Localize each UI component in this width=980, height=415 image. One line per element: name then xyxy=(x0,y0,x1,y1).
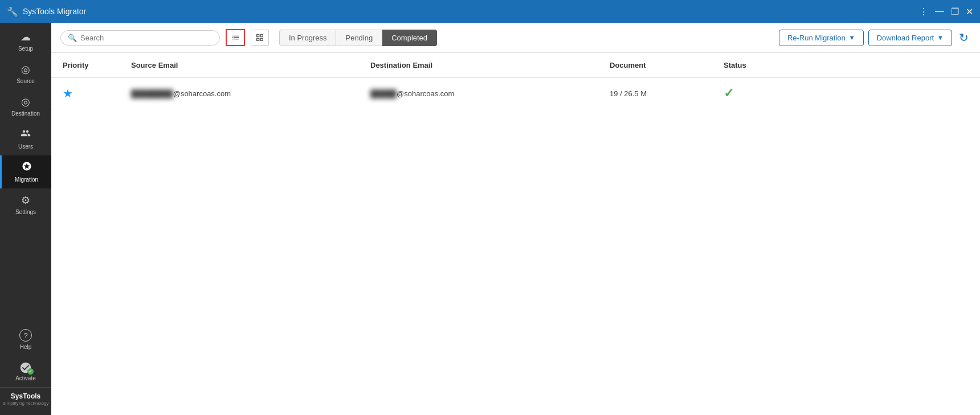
download-dropdown-arrow: ▼ xyxy=(937,34,944,41)
table-header: Priority Source Email Destination Email … xyxy=(51,53,980,78)
row-document: 19 / 26.5 M xyxy=(598,78,712,109)
settings-icon: ⚙ xyxy=(21,194,30,207)
col-status: Status xyxy=(712,53,980,78)
table-row: ★ ████████@soharcoas.com █████@soharcoas… xyxy=(51,78,980,109)
col-destination-email: Destination Email xyxy=(359,53,598,78)
help-icon: ? xyxy=(19,329,32,342)
col-document: Document xyxy=(598,53,712,78)
sidebar-label-settings: Settings xyxy=(15,209,36,215)
download-label: Download Report xyxy=(877,34,934,42)
destination-icon: ◎ xyxy=(21,96,30,108)
sidebar-item-source[interactable]: ◎ Source xyxy=(0,57,51,90)
sidebar-item-activate[interactable]: ✓ Activate xyxy=(0,356,51,387)
source-email-prefix: ████████ xyxy=(131,89,173,98)
refresh-icon: ↻ xyxy=(959,31,969,44)
tab-in-progress[interactable]: In Progress xyxy=(279,30,336,46)
title-bar-controls: ⋮ — ❐ ✕ xyxy=(919,6,973,17)
row-priority: ★ xyxy=(51,78,120,109)
grid-view-button[interactable] xyxy=(251,30,269,46)
sidebar-item-help[interactable]: ? Help xyxy=(0,323,51,356)
destination-email-domain: @soharcoas.com xyxy=(397,89,454,98)
sidebar-item-destination[interactable]: ◎ Destination xyxy=(0,90,51,122)
minimize-icon[interactable]: — xyxy=(935,6,944,17)
tab-completed[interactable]: Completed xyxy=(382,30,437,46)
source-email-domain: @soharcoas.com xyxy=(173,89,231,98)
app-icon: 🔧 xyxy=(7,6,18,17)
rerun-label: Re-Run Migration xyxy=(787,34,846,42)
app-body: ☁ Setup ◎ Source ◎ Destination Users Mig… xyxy=(0,23,980,415)
title-bar-left: 🔧 SysTools Migrator xyxy=(7,6,86,17)
sidebar-label-source: Source xyxy=(17,78,35,84)
refresh-button[interactable]: ↻ xyxy=(957,28,971,47)
sidebar-label-users: Users xyxy=(18,143,33,150)
toolbar: 🔍 In Progress Pending Completed Re-Run M… xyxy=(51,23,980,53)
download-report-button[interactable]: Download Report ▼ xyxy=(868,30,952,46)
search-box[interactable]: 🔍 xyxy=(60,30,220,46)
sidebar-bottom: ? Help ✓ Activate SysTools Simplifying T… xyxy=(0,323,51,415)
sidebar-label-destination: Destination xyxy=(11,110,40,117)
sidebar-item-migration[interactable]: Migration xyxy=(0,155,51,188)
list-view-button[interactable] xyxy=(226,29,245,46)
users-icon xyxy=(21,128,31,141)
row-status: ✓ xyxy=(712,78,980,109)
data-table: Priority Source Email Destination Email … xyxy=(51,53,980,109)
sidebar-item-users[interactable]: Users xyxy=(0,122,51,155)
brand-tagline: Simplifying Technology xyxy=(2,401,48,406)
toolbar-right: Re-Run Migration ▼ Download Report ▼ ↻ xyxy=(779,28,971,47)
col-source-email: Source Email xyxy=(120,53,359,78)
sidebar-brand: SysTools Simplifying Technology xyxy=(0,387,51,410)
rerun-dropdown-arrow: ▼ xyxy=(849,34,855,41)
status-check-icon: ✓ xyxy=(724,86,734,100)
sidebar-label-activate: Activate xyxy=(15,375,36,381)
activate-icon: ✓ xyxy=(19,361,32,374)
migration-icon xyxy=(22,161,32,174)
title-bar: 🔧 SysTools Migrator ⋮ — ❐ ✕ xyxy=(0,0,980,23)
table-body: ★ ████████@soharcoas.com █████@soharcoas… xyxy=(51,78,980,109)
row-source-email: ████████@soharcoas.com xyxy=(120,78,359,109)
brand-name: SysTools xyxy=(2,392,49,400)
cloud-icon: ☁ xyxy=(21,31,31,43)
priority-star-icon: ★ xyxy=(63,87,73,100)
restore-icon[interactable]: ❐ xyxy=(951,6,959,17)
col-priority: Priority xyxy=(51,53,120,78)
destination-email-prefix: █████ xyxy=(370,89,397,98)
sidebar-item-settings[interactable]: ⚙ Settings xyxy=(0,188,51,221)
sidebar-item-setup[interactable]: ☁ Setup xyxy=(0,25,51,57)
sidebar-label-help: Help xyxy=(20,344,32,350)
source-icon: ◎ xyxy=(21,63,30,76)
table-area: Priority Source Email Destination Email … xyxy=(51,53,980,415)
close-icon[interactable]: ✕ xyxy=(966,6,973,17)
search-input[interactable] xyxy=(80,34,213,42)
sidebar: ☁ Setup ◎ Source ◎ Destination Users Mig… xyxy=(0,23,51,415)
tab-pending[interactable]: Pending xyxy=(336,30,382,46)
sidebar-label-setup: Setup xyxy=(18,46,33,52)
row-destination-email: █████@soharcoas.com xyxy=(359,78,598,109)
activate-wrap: ✓ Activate xyxy=(15,361,36,381)
tab-group: In Progress Pending Completed xyxy=(279,30,437,46)
content-area: 🔍 In Progress Pending Completed Re-Run M… xyxy=(51,23,980,415)
sidebar-label-migration: Migration xyxy=(15,176,38,183)
menu-icon[interactable]: ⋮ xyxy=(919,6,928,17)
app-title: SysTools Migrator xyxy=(23,7,86,16)
search-icon: 🔍 xyxy=(68,34,77,42)
rerun-migration-button[interactable]: Re-Run Migration ▼ xyxy=(779,30,864,46)
